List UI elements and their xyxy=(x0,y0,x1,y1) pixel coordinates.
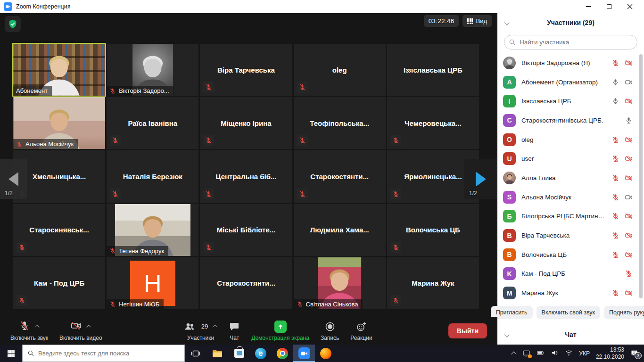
participant-row[interactable]: Uuser xyxy=(497,149,644,168)
mic-muted-icon xyxy=(611,212,619,220)
participant-row[interactable]: MМарина Жук xyxy=(497,283,644,303)
participant-row[interactable]: Вікторія Задорожна (Я) xyxy=(497,53,644,73)
participant-row[interactable]: ББілогірська РЦБС Мартинюк Г.І. xyxy=(497,207,644,226)
video-tile[interactable]: Міські Бібліоте... xyxy=(200,204,292,256)
language-indicator[interactable]: УКР xyxy=(579,350,590,357)
chat-button[interactable]: Чат xyxy=(223,317,246,345)
hidden-icons-chevron[interactable] xyxy=(511,351,516,356)
volume-icon[interactable] xyxy=(551,349,559,358)
collapse-chat-icon[interactable] xyxy=(504,332,509,337)
video-tile[interactable]: Раїса Іванівна xyxy=(107,97,198,149)
participants-list: Вікторія Задорожна (Я)AАбонемент (Органи… xyxy=(497,53,644,303)
participant-row[interactable]: ВВолочиська ЦБ xyxy=(497,245,644,264)
video-tile[interactable]: Вікторія Задоро... xyxy=(107,44,198,96)
security-shield-icon[interactable] xyxy=(5,16,21,32)
window-title: Zoom Конференция xyxy=(16,3,71,10)
previous-page-button[interactable]: 1/2 xyxy=(0,159,27,199)
start-button[interactable] xyxy=(0,345,22,362)
close-button[interactable] xyxy=(619,0,640,13)
camera-muted-icon xyxy=(625,136,633,144)
title-bar: Zoom Конференция xyxy=(0,0,644,13)
video-tile[interactable]: Світлана Сінькова xyxy=(294,257,386,309)
video-tile[interactable]: Чемеровецька... xyxy=(387,97,479,149)
video-tile[interactable]: oleg xyxy=(294,44,386,96)
unmute-self-button[interactable]: Включить свой звук xyxy=(537,306,601,319)
battery-icon[interactable] xyxy=(537,349,545,358)
taskbar-search-input[interactable] xyxy=(38,350,180,357)
display-notification-icon[interactable] xyxy=(522,349,530,357)
video-tile[interactable]: Тетяна Федорук xyxy=(107,204,198,256)
taskbar-search[interactable] xyxy=(22,345,185,362)
video-tile[interactable]: Центральна біб... xyxy=(200,150,292,202)
participant-avatar: C xyxy=(503,114,516,127)
search-participant-input[interactable] xyxy=(504,35,637,49)
start-video-button[interactable]: Включить видео xyxy=(54,317,108,345)
video-tile[interactable]: Марина Жук xyxy=(387,257,479,309)
unmute-button[interactable]: Включить звук xyxy=(5,317,54,345)
participant-row[interactable]: SАльона Мосійчук xyxy=(497,188,644,207)
video-tile[interactable]: Старосинявськ... xyxy=(13,204,105,256)
participant-name: Алла Глива xyxy=(521,174,606,181)
firefox-icon[interactable] xyxy=(315,345,337,362)
participants-count: 29 xyxy=(201,323,208,330)
video-tile[interactable]: Віра Тарчевська xyxy=(200,44,292,96)
leave-button[interactable]: Выйти xyxy=(448,323,487,338)
participant-row[interactable]: ВВіра Тарчевська xyxy=(497,226,644,245)
muted-mic-icon xyxy=(390,242,401,253)
chrome-icon[interactable] xyxy=(272,345,293,362)
scrollbar[interactable] xyxy=(639,54,643,298)
taskbar-clock[interactable]: 13:53 22.10.2020 xyxy=(596,346,624,361)
task-view-button[interactable] xyxy=(185,345,206,362)
minimize-button[interactable] xyxy=(578,0,599,13)
video-tile[interactable]: Кам - Под ЦРБ xyxy=(13,257,105,309)
edge-icon[interactable]: e xyxy=(250,345,272,362)
maximize-button[interactable] xyxy=(599,0,619,13)
zoom-taskbar-icon[interactable] xyxy=(293,345,315,362)
record-button[interactable]: Запись xyxy=(315,317,345,345)
video-tile[interactable]: HНетішин МЮБ xyxy=(107,257,198,309)
video-tile[interactable]: Наталія Березюк xyxy=(107,150,198,202)
video-tile[interactable]: Абонемент xyxy=(13,44,105,96)
participant-row[interactable]: AАбонемент (Организатор) xyxy=(497,73,644,92)
view-button[interactable]: Вид xyxy=(462,15,492,27)
store-icon[interactable] xyxy=(228,345,250,362)
collapse-panel-icon[interactable] xyxy=(504,20,509,25)
participant-avatar: A xyxy=(503,76,516,89)
video-tile[interactable]: Старокостянти... xyxy=(294,150,386,202)
participants-button[interactable]: 29 Участники xyxy=(178,317,223,345)
participant-row[interactable]: IІзяславська ЦРБ xyxy=(497,91,644,111)
participant-row[interactable]: Алла Глива xyxy=(497,168,644,188)
muted-mic-icon xyxy=(203,135,214,146)
reactions-button[interactable]: Реакции xyxy=(345,317,378,345)
video-tile[interactable]: Волочиська ЦБ xyxy=(387,204,479,256)
video-tile[interactable]: Міщенко Ірина xyxy=(200,97,292,149)
participant-name: Вікторія Задорожна (Я) xyxy=(521,59,606,66)
file-explorer-icon[interactable] xyxy=(206,345,228,362)
participant-row[interactable]: CСтарокостянтинівська ЦРБ. xyxy=(497,111,644,130)
video-tile[interactable]: Теофіпольська... xyxy=(294,97,386,149)
raise-hand-button[interactable]: Поднять руку xyxy=(604,306,644,319)
video-tile[interactable]: Ізяславська ЦРБ xyxy=(387,44,479,96)
video-tile[interactable]: Альона Мосійчук xyxy=(13,97,105,149)
grid-view-icon xyxy=(467,18,473,24)
participant-avatar: M xyxy=(503,287,516,299)
chevron-up-icon[interactable] xyxy=(86,325,91,329)
share-screen-button[interactable]: Демонстрация экрана xyxy=(246,317,315,345)
participant-row[interactable]: KКам - Под ЦРБ xyxy=(497,264,644,284)
chevron-up-icon[interactable] xyxy=(35,325,40,329)
video-tile[interactable]: Хмельницька... xyxy=(13,150,105,202)
camera-muted-icon xyxy=(625,289,633,297)
muted-mic-icon xyxy=(17,295,27,306)
next-page-button[interactable]: 1/2 xyxy=(464,159,497,199)
participant-row[interactable]: Ooleg xyxy=(497,130,644,149)
mic-muted-icon xyxy=(611,251,619,259)
action-center-icon[interactable]: 3 xyxy=(630,349,638,357)
video-tile[interactable]: Людмила Хама... xyxy=(294,204,386,256)
mic-muted-icon xyxy=(611,59,619,67)
muted-mic-icon xyxy=(390,295,401,306)
video-tile[interactable]: Старокостянти... xyxy=(200,257,292,309)
participant-avatar: K xyxy=(503,267,516,280)
wifi-icon[interactable] xyxy=(565,349,573,358)
participant-name: user xyxy=(521,155,606,162)
chevron-up-icon[interactable] xyxy=(213,325,217,329)
